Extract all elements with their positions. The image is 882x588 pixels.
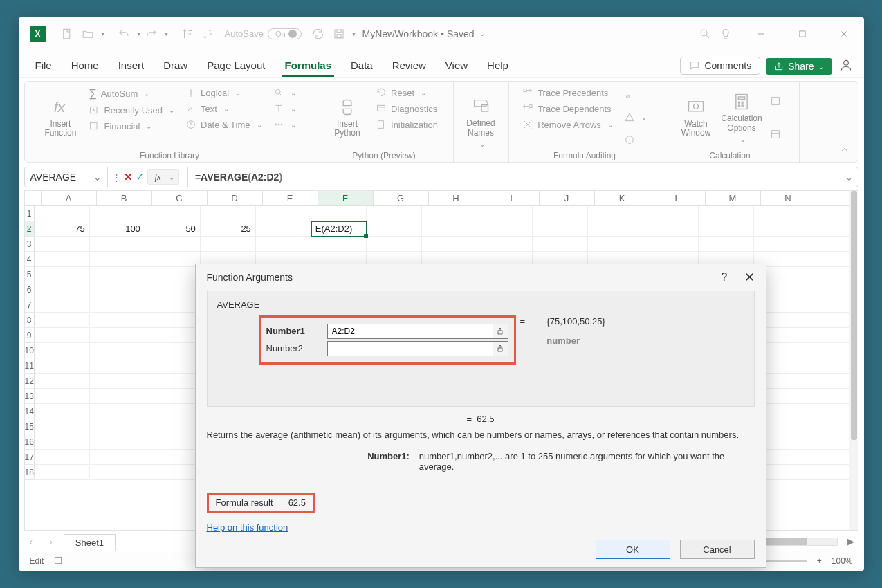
col-header-J[interactable]: J [540,191,595,205]
cell[interactable] [533,206,588,221]
lookup-ref-icon[interactable]: ⌄ [270,86,299,100]
cell[interactable] [145,297,201,313]
reset-button[interactable]: Reset⌄ [373,86,441,100]
trace-precedents-button[interactable]: Trace Precedents [520,86,616,100]
cell[interactable] [90,434,145,450]
lightbulb-icon[interactable] [716,24,735,44]
cell[interactable] [311,237,367,252]
col-header-M[interactable]: M [706,191,761,205]
autosum-button[interactable]: ∑AutoSum⌄ [86,86,177,101]
cell[interactable] [35,206,90,221]
cell[interactable] [145,328,201,343]
sheet-nav-next[interactable]: › [44,536,58,547]
minimize-button[interactable] [745,23,777,45]
cell[interactable] [145,434,201,450]
dialog-help-icon[interactable]: ? [722,271,728,284]
sort-desc-icon[interactable] [199,24,218,44]
math-trig-icon[interactable]: ⌄ [270,102,299,116]
new-file-icon[interactable] [57,24,77,44]
cell[interactable] [145,252,201,267]
cell[interactable] [90,419,145,434]
ok-button[interactable]: OK [596,540,670,559]
insert-function-button[interactable]: fx Insert Function [40,86,80,149]
cell[interactable] [256,221,311,237]
cancel-entry-icon[interactable]: ✕ [124,171,133,183]
cell[interactable] [477,237,533,252]
col-header-H[interactable]: H [429,191,484,205]
cell[interactable] [145,267,201,282]
col-header-K[interactable]: K [595,191,650,205]
cell[interactable] [754,237,809,252]
show-formulas-icon[interactable]: fx [621,89,650,102]
cell[interactable] [90,343,145,358]
expand-formula-bar-icon[interactable]: ⌄ [841,172,858,183]
share-button[interactable]: Share ⌄ [766,58,832,75]
logical-button[interactable]: Logical⌄ [183,86,265,100]
error-checking-icon[interactable]: ⌄ [621,111,650,125]
cancel-button[interactable]: Cancel [680,540,755,559]
cell[interactable]: 100 [90,221,145,237]
user-icon[interactable] [839,58,856,75]
cell[interactable] [145,313,201,328]
name-box[interactable]: AVERAGE ⌄ [25,167,108,187]
cell[interactable] [35,252,90,267]
cell[interactable] [201,206,256,221]
col-header-D[interactable]: D [208,191,263,205]
zoom-slider[interactable] [766,560,807,562]
insert-function-icon[interactable]: fx⌄ [147,169,179,185]
cell[interactable] [643,206,699,221]
arg2-range-selector-icon[interactable] [493,342,508,356]
cell[interactable] [367,206,422,221]
sheet-tab-sheet1[interactable]: Sheet1 [64,534,116,551]
refresh-icon[interactable] [309,24,328,44]
cell[interactable] [35,434,90,450]
cell[interactable] [35,313,90,328]
cell[interactable] [35,237,90,252]
col-header-E[interactable]: E [263,191,318,205]
row-header-10[interactable]: 10 [25,343,35,358]
row-header-9[interactable]: 9 [25,328,35,343]
cell[interactable] [477,206,533,221]
watch-window-button[interactable]: Watch Window [676,86,716,149]
arg2-input[interactable] [328,342,493,356]
cell[interactable] [422,221,477,237]
cell[interactable] [90,328,145,343]
cell[interactable] [201,237,256,252]
col-header-N[interactable]: N [761,191,816,205]
cell[interactable] [90,313,145,328]
document-title[interactable]: MyNewWorkbook • Saved ⌄ [362,28,485,39]
tab-insert[interactable]: Insert [109,54,154,77]
cell[interactable] [90,358,145,374]
row-header-1[interactable]: 1 [25,206,35,221]
cell[interactable] [90,252,145,267]
recently-used-button[interactable]: Recently Used⌄ [86,103,177,117]
cell[interactable] [90,404,145,419]
cell[interactable] [90,374,145,389]
select-all-corner[interactable] [25,191,42,205]
close-window-button[interactable] [828,23,860,45]
tab-file[interactable]: File [26,54,62,77]
col-header-I[interactable]: I [484,191,540,205]
row-header-8[interactable]: 8 [25,313,35,328]
tab-draw[interactable]: Draw [154,54,197,77]
trace-dependents-button[interactable]: Trace Dependents [520,102,616,116]
cell[interactable] [90,267,145,282]
cell[interactable] [588,237,643,252]
redo-icon[interactable] [142,24,161,44]
cell[interactable] [35,328,90,343]
tab-home[interactable]: Home [62,54,109,77]
cell[interactable] [35,465,90,480]
cell[interactable] [422,237,477,252]
row-header-2[interactable]: 2 [25,221,35,237]
financial-button[interactable]: Financial⌄ [86,119,177,133]
cell[interactable]: 25 [201,221,256,237]
cell[interactable] [90,206,145,221]
maximize-button[interactable] [787,23,818,45]
calculation-options-button[interactable]: Calculation Options ⌄ [722,86,762,149]
row-header-7[interactable]: 7 [25,297,35,313]
cell[interactable] [699,206,754,221]
row-header-13[interactable]: 13 [25,389,35,404]
cell[interactable] [145,237,201,252]
autosave-toggle[interactable]: AutoSave On [225,28,302,39]
cell[interactable] [754,221,809,237]
